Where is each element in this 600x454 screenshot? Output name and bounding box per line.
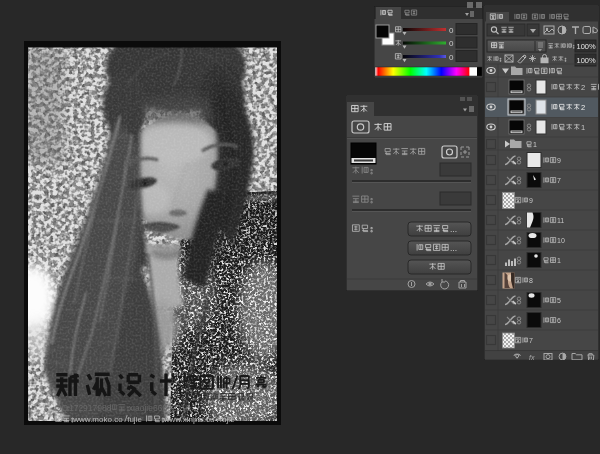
- svg-text:100%: 100%: [577, 42, 597, 51]
- svg-text:fx: fx: [529, 354, 535, 361]
- svg-text:6: 6: [557, 317, 561, 324]
- svg-text:fujie: fujie: [127, 415, 142, 424]
- svg-text:1: 1: [581, 123, 585, 132]
- svg-text:9: 9: [557, 157, 561, 164]
- svg-text:...: ...: [450, 243, 457, 253]
- svg-text:2: 2: [581, 103, 585, 112]
- svg-text:xiaojie66832210: xiaojie66832210: [129, 403, 191, 413]
- svg-text:1: 1: [557, 257, 561, 264]
- svg-text:1: 1: [533, 141, 537, 148]
- svg-text:9: 9: [529, 197, 533, 204]
- svg-text:0: 0: [449, 53, 454, 62]
- svg-text:11: 11: [557, 217, 564, 224]
- svg-text:www.moko.co: www.moko.co: [72, 415, 123, 424]
- svg-text:7: 7: [529, 337, 533, 344]
- svg-text:8: 8: [529, 277, 533, 284]
- svg-text:0: 0: [449, 26, 454, 35]
- svg-text:QQ: QQ: [55, 403, 69, 413]
- svg-text:www.xinpai.cu: www.xinpai.cu: [163, 415, 215, 424]
- svg-text:0: 0: [449, 39, 454, 48]
- svg-text:...: ...: [450, 224, 457, 234]
- svg-text:fujie: fujie: [220, 415, 235, 424]
- svg-text:172917988: 172917988: [69, 403, 112, 413]
- svg-text:7: 7: [557, 177, 561, 184]
- svg-text:2: 2: [581, 83, 585, 92]
- svg-text:5: 5: [557, 297, 561, 304]
- svg-text:10: 10: [557, 237, 565, 244]
